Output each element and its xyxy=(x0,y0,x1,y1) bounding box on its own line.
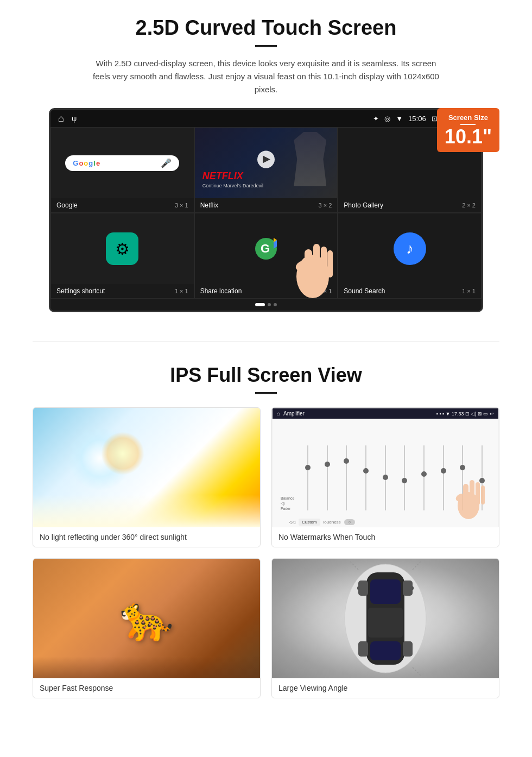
svg-line-27 xyxy=(413,562,421,570)
google-app-size: 3 × 1 xyxy=(175,202,188,209)
time-display: 15:06 xyxy=(408,115,426,123)
cheetah-gradient xyxy=(33,657,260,678)
dot-1 xyxy=(255,303,265,306)
app-cell-settings[interactable]: ⚙ Settings shortcut 1 × 1 xyxy=(50,213,194,299)
wifi-icon: ▼ xyxy=(396,115,403,123)
settings-thumb: ⚙ xyxy=(51,213,194,284)
svg-rect-6 xyxy=(313,244,320,279)
eq-slider-5[interactable] xyxy=(385,445,386,510)
car-caption: Large Viewing Angle xyxy=(272,678,499,698)
share-thumb: G xyxy=(195,213,338,284)
netflix-thumb: NETFLIX Continue Marvel's Daredevil xyxy=(195,128,338,198)
netflix-play-button[interactable] xyxy=(257,151,275,168)
status-bar-left: ⌂ ψ xyxy=(58,113,77,124)
eq-body: Balance ◁) Fader xyxy=(273,419,498,527)
eq-header: ⌂ Amplifier ▪ ▪ ▪ ▼ 17:33 ⊡ ◁) ⊠ ▭ ↩ xyxy=(273,408,498,419)
device-mockup: Screen Size 10.1" ⌂ ψ ✦ ◎ ▼ 15:06 ⊡ ◁) ⊠ xyxy=(49,108,483,312)
music-note-icon: ♪ xyxy=(394,232,426,265)
feature-card-car: Large Viewing Angle xyxy=(271,558,499,698)
screen-size-badge: Screen Size 10.1" xyxy=(437,108,499,152)
sunlight-image xyxy=(33,408,260,527)
feature-card-equalizer: ⌂ Amplifier ▪ ▪ ▪ ▼ 17:33 ⊡ ◁) ⊠ ▭ ↩ Bal… xyxy=(271,407,499,547)
sound-app-name: Sound Search xyxy=(344,287,385,295)
eq-slider-4[interactable] xyxy=(365,445,366,510)
gallery-app-name: Photo Gallery xyxy=(344,201,383,209)
cheetah-image: 🐆 xyxy=(33,559,260,678)
app-cell-sound[interactable]: ♪ Sound Search 1 × 1 xyxy=(338,213,482,299)
equalizer-caption: No Watermarks When Touch xyxy=(272,527,499,547)
share-app-name: Share location xyxy=(200,287,242,295)
share-app-size: 1 × 1 xyxy=(319,288,332,294)
home-icon[interactable]: ⌂ xyxy=(58,113,64,124)
eq-slider-6[interactable] xyxy=(404,445,405,510)
cheetah-emoji: 🐆 xyxy=(119,593,174,644)
car-image xyxy=(272,559,499,678)
eq-slider-2[interactable] xyxy=(327,445,328,510)
app-cell-google[interactable]: Google 🎤 Google 3 × 1 xyxy=(50,127,194,213)
google-app-name: Google xyxy=(56,201,78,209)
netflix-subtitle: Continue Marvel's Daredevil xyxy=(202,183,263,188)
eq-slider-3[interactable] xyxy=(346,445,347,510)
feature-card-cheetah: 🐆 Super Fast Response xyxy=(33,558,261,698)
eq-time: ▪ ▪ ▪ ▼ 17:33 ⊡ ◁) ⊠ ▭ ↩ xyxy=(436,411,494,417)
svg-line-28 xyxy=(350,562,358,570)
settings-label: Settings shortcut 1 × 1 xyxy=(51,284,194,298)
settings-app-name: Settings shortcut xyxy=(56,287,105,295)
section1-title: 2.5D Curved Touch Screen xyxy=(33,16,499,40)
sound-thumb: ♪ xyxy=(338,213,481,284)
eq-title: Amplifier xyxy=(283,411,305,417)
netflix-app-size: 3 × 2 xyxy=(319,202,332,209)
badge-divider xyxy=(460,124,476,125)
section1-description: With 2.5D curved-display screen, this de… xyxy=(92,57,440,96)
badge-size: 10.1" xyxy=(445,125,492,148)
svg-rect-13 xyxy=(476,482,480,505)
svg-rect-12 xyxy=(470,480,474,507)
svg-rect-5 xyxy=(305,249,312,282)
svg-rect-25 xyxy=(358,641,368,657)
maps-icon: G xyxy=(253,236,279,262)
netflix-app-name: Netflix xyxy=(200,201,218,209)
svg-rect-19 xyxy=(368,608,403,638)
device-frame: ⌂ ψ ✦ ◎ ▼ 15:06 ⊡ ◁) ⊠ ▭ xyxy=(49,108,483,312)
microphone-icon[interactable]: 🎤 xyxy=(161,158,172,168)
svg-rect-7 xyxy=(321,247,327,278)
netflix-person-silhouette xyxy=(294,132,326,186)
status-bar: ⌂ ψ ✦ ◎ ▼ 15:06 ⊡ ◁) ⊠ ▭ xyxy=(50,110,482,127)
eq-hand-overlay xyxy=(449,465,487,521)
usb-icon: ψ xyxy=(72,115,77,123)
dot-2 xyxy=(268,303,271,306)
feature-card-sunlight: No light reflecting under 360° direct su… xyxy=(33,407,261,547)
eq-slider-1[interactable] xyxy=(307,445,308,510)
svg-line-29 xyxy=(413,667,421,676)
settings-app-size: 1 × 1 xyxy=(175,288,188,294)
dot-3 xyxy=(274,303,277,306)
app-cell-netflix[interactable]: NETFLIX Continue Marvel's Daredevil Netf… xyxy=(194,127,338,213)
section2-divider xyxy=(255,392,277,394)
bluetooth-icon: ✦ xyxy=(373,115,379,123)
eq-bottom-controls: ◁◁ Custom loudness ○ xyxy=(289,519,355,526)
cheetah-caption: Super Fast Response xyxy=(33,678,260,698)
section-curved-screen: 2.5D Curved Touch Screen With 2.5D curve… xyxy=(0,0,532,325)
car-top-svg xyxy=(342,559,429,678)
svg-rect-14 xyxy=(481,485,485,504)
section1-divider xyxy=(255,45,277,47)
eq-slider-7[interactable] xyxy=(423,445,425,510)
sunlight-caption: No light reflecting under 360° direct su… xyxy=(33,527,260,547)
svg-rect-23 xyxy=(358,581,368,596)
section-ips-screen: IPS Full Screen View No light reflecting… xyxy=(0,358,532,720)
settings-icon: ⚙ xyxy=(106,232,138,265)
badge-label: Screen Size xyxy=(445,113,492,122)
eq-slider-8[interactable] xyxy=(443,445,444,510)
sound-app-size: 1 × 1 xyxy=(462,288,476,294)
sunlight-gradient xyxy=(33,495,260,527)
svg-rect-8 xyxy=(327,250,333,277)
app-cell-share[interactable]: G xyxy=(194,213,338,299)
features-grid: No light reflecting under 360° direct su… xyxy=(33,407,499,698)
svg-rect-24 xyxy=(403,581,413,596)
sun-glow xyxy=(67,426,132,491)
pagination-dots xyxy=(50,299,482,311)
google-search-bar[interactable]: Google 🎤 xyxy=(65,155,179,171)
netflix-logo: NETFLIX xyxy=(202,171,243,182)
google-thumb: Google 🎤 xyxy=(51,128,194,198)
section2-title: IPS Full Screen View xyxy=(33,364,499,387)
